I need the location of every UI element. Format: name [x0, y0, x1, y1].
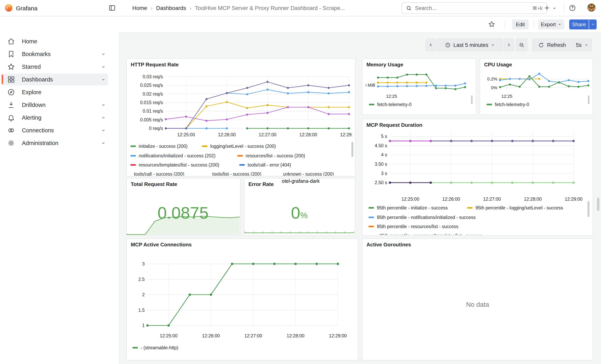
- search-input[interactable]: Search... ⌘+k: [401, 2, 547, 14]
- legend-scrollbar[interactable]: [351, 142, 353, 157]
- chevron-down-icon[interactable]: [101, 103, 106, 107]
- brand-name[interactable]: Grafana: [16, 0, 37, 16]
- legend-item[interactable]: fetch-telemetry-0: [369, 101, 411, 108]
- legend-item[interactable]: unknown - success (200): [283, 170, 334, 176]
- bookmark-icon: [7, 50, 15, 58]
- grafana-app: Grafana Home › Dashboards › ToolHive MCP…: [0, 0, 601, 364]
- refresh-button[interactable]: Refresh: [532, 39, 572, 51]
- legend-item[interactable]: 95th percentile - notifications/initiali…: [369, 214, 476, 221]
- svg-text:0.025 req/s: 0.025 req/s: [140, 83, 163, 88]
- legend-label: 95th percentile - notifications/initiali…: [377, 215, 476, 220]
- legend-item[interactable]: resources/list - success (200): [237, 152, 305, 159]
- sidebar-item-explore[interactable]: Explore: [2, 86, 108, 98]
- chevron-down-icon[interactable]: [101, 64, 106, 69]
- export-button[interactable]: Export: [538, 19, 564, 29]
- search-placeholder: Search...: [415, 5, 529, 11]
- time-chevron-down-icon: [491, 43, 495, 47]
- legend-item[interactable]: logging/setLevel - success (200): [202, 143, 276, 150]
- breadcrumb-separator: ›: [151, 5, 153, 11]
- memory-usage-chart[interactable]: 16 MiB12:25: [366, 68, 474, 99]
- sidebar-item-drilldown[interactable]: Drilldown: [2, 99, 108, 111]
- legend-swatch: [369, 226, 374, 227]
- breadcrumb: Home › Dashboards › ToolHive MCP Server …: [132, 0, 345, 16]
- mcp-request-duration-chart[interactable]: 5 s4.50 s4 s3.50 s3 s2.50 s12:25:0012:26…: [363, 126, 591, 206]
- panel-title[interactable]: MCP Active Connections: [131, 242, 191, 247]
- breadcrumb-separator: ›: [190, 5, 191, 11]
- time-forward-button[interactable]: [504, 39, 514, 51]
- svg-text:12:26:00: 12:26:00: [218, 132, 236, 137]
- edit-button[interactable]: Edit: [512, 19, 529, 29]
- legend-item[interactable]: notifications/initialized - success (202…: [130, 152, 215, 159]
- legend-item[interactable]: initialize - success (200): [130, 143, 187, 150]
- breadcrumb-dashboards[interactable]: Dashboards: [156, 5, 186, 11]
- add-chevron-down-icon[interactable]: [552, 6, 556, 10]
- legend-swatch: [369, 207, 374, 209]
- legend-swatch: [237, 155, 243, 157]
- favorite-star-icon[interactable]: [488, 21, 495, 28]
- sidebar-item-starred[interactable]: Starred: [2, 61, 108, 72]
- cpu-usage-chart[interactable]: 0.2%0%12:25: [482, 68, 591, 99]
- sidebar-item-home[interactable]: Home: [2, 35, 108, 47]
- share-button[interactable]: Share: [569, 19, 589, 29]
- svg-text:3.50 s: 3.50 s: [375, 162, 387, 167]
- legend-label: 95th percentile - logging/setLevel - suc…: [475, 206, 563, 210]
- sidebar-item-dashboards[interactable]: Dashboards: [2, 74, 108, 85]
- sidebar-item-connections[interactable]: Connections: [2, 124, 108, 136]
- breadcrumb-home[interactable]: Home: [132, 5, 147, 11]
- svg-text:0.2%: 0.2%: [487, 77, 497, 81]
- legend-item[interactable]: tools/list - success (200): [212, 170, 261, 176]
- sidebar-item-bookmarks[interactable]: Bookmarks: [2, 48, 108, 60]
- legend-item[interactable]: tools/call - error (404): [239, 161, 291, 168]
- sidebar-item-alerting[interactable]: Alerting: [2, 112, 108, 124]
- panel-title[interactable]: Active Goroutines: [367, 242, 411, 247]
- cog-icon: [7, 139, 15, 147]
- legend-item[interactable]: fetch-telemetry-0: [487, 101, 529, 108]
- svg-text:12:28:00: 12:28:00: [524, 197, 542, 202]
- sidebar-item-label: Home: [22, 38, 37, 44]
- refresh-interval-label: 5s: [576, 42, 582, 48]
- dashboard-actions-bar: Edit Export Share: [119, 16, 601, 33]
- svg-text:12:29:00: 12:29:00: [565, 197, 582, 202]
- legend-item[interactable]: 95th percentile - resources/templates/li…: [380, 232, 482, 235]
- mcp-active-connections-chart[interactable]: 32.521.5112:25:0012:26:0012:27:0012:28:0…: [129, 257, 355, 347]
- help-icon[interactable]: [569, 4, 576, 11]
- grafana-logo[interactable]: [4, 4, 13, 12]
- dock-sidebar-icon[interactable]: [108, 4, 116, 12]
- share-menu-button[interactable]: [589, 19, 597, 29]
- duration-legend: 95th percentile - initialize - success95…: [364, 204, 589, 235]
- refresh-interval-picker[interactable]: 5s: [572, 39, 592, 51]
- legend-item[interactable]: tools/call - success (200): [134, 170, 184, 176]
- legend-item[interactable]: resources/templates/list - success (200): [130, 161, 219, 168]
- chevron-down-icon[interactable]: [101, 51, 106, 56]
- chevron-down-icon[interactable]: [101, 77, 106, 82]
- svg-text:2.50 s: 2.50 s: [375, 180, 387, 185]
- time-controls: Last 5 minutes Refresh: [426, 39, 592, 51]
- add-button[interactable]: [543, 4, 551, 11]
- edit-button-label: Edit: [516, 21, 525, 27]
- svg-text:12:28:00: 12:28:00: [299, 132, 317, 137]
- page-scrollbar[interactable]: [597, 197, 599, 211]
- legend-label: fetch-telemetry-0: [377, 102, 411, 107]
- time-range-picker[interactable]: Last 5 minutes: [437, 39, 503, 51]
- time-range-label: Last 5 minutes: [453, 42, 488, 48]
- no-data-message: No data: [362, 301, 593, 308]
- legend-item[interactable]: 95th percentile - resources/list - succe…: [369, 223, 458, 230]
- time-back-button[interactable]: [426, 39, 436, 51]
- chevron-down-icon[interactable]: [101, 128, 106, 133]
- svg-text:12:28:00: 12:28:00: [287, 333, 304, 338]
- zoom-out-button[interactable]: [516, 39, 528, 51]
- legend-label: logging/setLevel - success (200): [210, 144, 276, 149]
- top-nav-bar: Grafana Home › Dashboards › ToolHive MCP…: [0, 0, 601, 16]
- user-avatar[interactable]: [587, 3, 596, 13]
- panel-title[interactable]: Memory Usage: [367, 62, 403, 68]
- panel-title[interactable]: CPU Usage: [484, 62, 512, 68]
- chevron-down-icon[interactable]: [101, 141, 106, 146]
- legend-label: fetch-telemetry-0: [495, 102, 529, 107]
- search-shortcut: ⌘+k: [532, 5, 542, 11]
- sidebar-item-administration[interactable]: Administration: [2, 137, 108, 149]
- svg-text:12:27:00: 12:27:00: [244, 333, 262, 338]
- link-icon: [7, 126, 15, 134]
- svg-text:0.03 req/s: 0.03 req/s: [143, 74, 163, 79]
- http-request-rate-chart[interactable]: 0 req/s0.005 req/s0.01 req/s0.015 req/s0…: [130, 64, 352, 143]
- chevron-down-icon[interactable]: [101, 115, 106, 120]
